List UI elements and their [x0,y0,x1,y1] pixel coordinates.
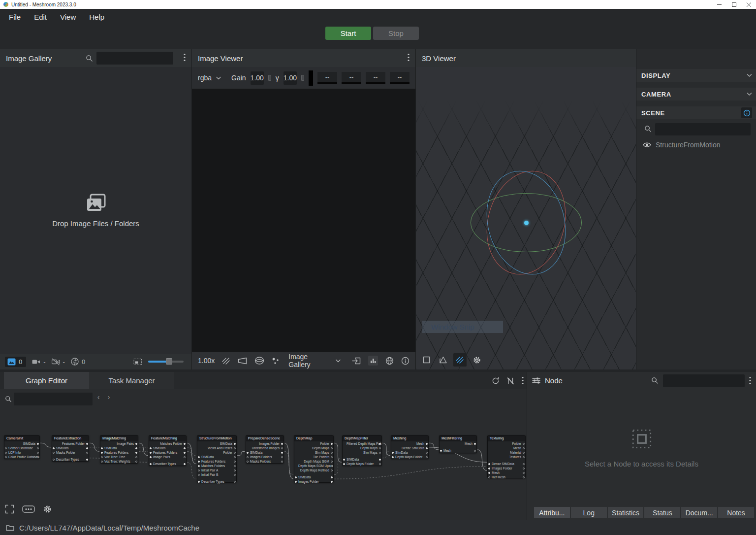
gain-input[interactable]: 1.00 [251,71,264,85]
node-pin[interactable]: Describer Types [149,462,186,466]
node-pin[interactable]: Features Folders [149,450,186,455]
node-pin[interactable]: Initial Pair B [197,472,236,477]
graph-node-FeatureExtraction[interactable]: FeatureExtractionFeatures FolderSfMDataM… [52,435,89,462]
graph-node-DepthMap[interactable]: DepthMapFolderDepth MapsSim MapsTile Pat… [294,435,334,483]
node-pin[interactable]: Ref Mesh [488,475,525,479]
graph-node-ImageMatching[interactable]: ImageMatchingImage PairsSfMDataFeatures … [100,435,138,464]
tab-attributes[interactable]: Attribu... [534,507,570,518]
scene-media-item[interactable]: StructureFromMotion [636,139,756,150]
graph-node-StructureFromMotion[interactable]: StructureFromMotionSfMDataViews And Pose… [197,435,237,483]
node-pin[interactable]: Mesh [391,441,428,446]
bounding-box-icon[interactable] [420,353,433,367]
eye-icon[interactable] [643,142,651,148]
viewer-source-select[interactable]: Image Gallery [288,353,341,368]
node-pin[interactable]: Images Folder [246,441,284,446]
menu-file[interactable]: File [9,13,21,21]
node-pin[interactable]: SfMData [197,455,236,459]
kebab-menu-icon[interactable] [522,376,524,385]
gamma-checkbox[interactable] [301,75,304,81]
node-pin[interactable]: Depth Maps Refined [294,468,333,472]
start-button[interactable]: Start [325,27,371,40]
fit-view-icon[interactable] [5,504,14,514]
node-pin[interactable]: Views And Poses [197,446,236,450]
gallery-drop-zone[interactable]: Drop Image Files / Folders [0,67,191,354]
node-pin[interactable]: Features Folders [100,450,138,455]
node-pin[interactable]: Describer Types [197,479,236,484]
node-pin[interactable]: Textures [488,455,525,459]
kebab-menu-icon[interactable] [408,53,410,62]
prev-result-icon[interactable]: ‹ [95,393,102,401]
texture-hatch-icon[interactable] [453,353,467,367]
info-icon[interactable] [401,357,410,365]
graph-node-DepthMapFilter[interactable]: DepthMapFilterFiltered Depth Maps Folder… [342,435,382,466]
node-pin[interactable]: Material [488,450,525,455]
image-viewer-canvas[interactable] [192,89,415,352]
node-pin[interactable]: Mesh [440,448,476,453]
features-hatch-icon[interactable] [222,357,230,365]
more-options-icon[interactable] [22,505,35,513]
tab-statistics[interactable]: Statistics [608,507,644,518]
minimize-button[interactable] [712,0,726,9]
tab-log[interactable]: Log [571,507,607,518]
display-section-header[interactable]: DISPLAY [636,69,756,82]
node-pin[interactable]: Mesh [488,470,525,475]
gallery-search-input[interactable] [96,52,173,65]
node-pin[interactable]: SfMData [343,457,381,462]
node-pin[interactable]: Voc Tree: Tree [100,455,138,459]
node-pin[interactable]: Undistorted Images [246,446,284,450]
node-pin[interactable]: Images Folder [294,479,333,484]
color-picker-swatch[interactable] [309,70,313,86]
tab-graph-editor[interactable]: Graph Editor [4,372,89,389]
graph-search-input[interactable] [14,393,93,405]
node-pin[interactable]: Depth Maps [294,446,333,450]
node-pin[interactable]: SfMData [100,446,138,450]
node-pin[interactable]: Color Profile Database [4,455,39,459]
output-attribute-icon[interactable] [352,357,361,365]
node-pin[interactable]: Depth Maps SGM [294,459,333,464]
stop-button[interactable]: Stop [373,27,419,40]
node-pin[interactable]: Sim Maps [294,450,333,455]
tab-status[interactable]: Status [644,507,680,518]
menu-help[interactable]: Help [89,13,104,21]
node-pin[interactable]: Folder [197,450,236,455]
graph-settings-gear-icon[interactable] [43,504,52,514]
node-pin[interactable]: Image Pairs [100,441,138,446]
node-pin[interactable]: SfMData [246,450,284,455]
node-pin[interactable]: Matches Folders [197,464,236,468]
node-pin[interactable]: Mesh [440,441,476,446]
node-pin[interactable]: SfMData [4,441,39,446]
node-pin[interactable]: Depth Maps [343,446,381,450]
node-pin[interactable]: Describer Types [52,457,89,462]
gain-checkbox[interactable] [268,75,271,81]
scene-info-icon[interactable] [741,107,752,118]
node-pin[interactable]: Images Folder [488,466,525,470]
node-pin[interactable]: Mesh [488,446,525,450]
node-pin[interactable]: SfmData [391,450,428,455]
settings-gear-icon[interactable] [470,353,483,367]
node-pin[interactable]: Depth Maps Folder [343,462,381,466]
node-search-input[interactable] [663,374,745,387]
kebab-menu-icon[interactable] [184,53,186,62]
tab-task-manager[interactable]: Task Manager [89,372,174,389]
node-pin[interactable]: Initial Pair A [197,468,236,472]
node-pin[interactable]: Masks Folder [52,450,89,455]
node-pin[interactable]: Depth Maps SGM Upscaled [294,464,333,468]
node-pin[interactable]: Features Folders [197,459,236,464]
node-pin[interactable]: SfMData [149,446,186,450]
node-pin[interactable]: Sim Maps [343,450,381,455]
graph-node-Meshing[interactable]: MeshingMeshDense SfMDataSfmDataDepth Map… [391,435,429,459]
scene-search-input[interactable] [655,123,751,135]
node-pin[interactable]: SfMData [52,446,89,450]
image-frame-icon[interactable] [238,357,247,365]
camera-section-header[interactable]: CAMERA [636,88,756,100]
node-pin[interactable]: Image Pairs [149,455,186,459]
channel-select[interactable]: rgba [198,74,221,82]
statistics-chart-icon[interactable] [368,356,378,366]
node-pin[interactable]: Filtered Depth Maps Folder [343,441,381,446]
node-pin[interactable]: Matches Folder [149,441,186,446]
node-pin[interactable]: Folder [294,441,333,446]
node-pin[interactable]: Folder [488,441,525,446]
scene-section-header[interactable]: SCENE [636,106,756,119]
compute-disabled-icon[interactable] [507,377,514,385]
node-pin[interactable]: Depth Maps Folder [391,455,428,459]
